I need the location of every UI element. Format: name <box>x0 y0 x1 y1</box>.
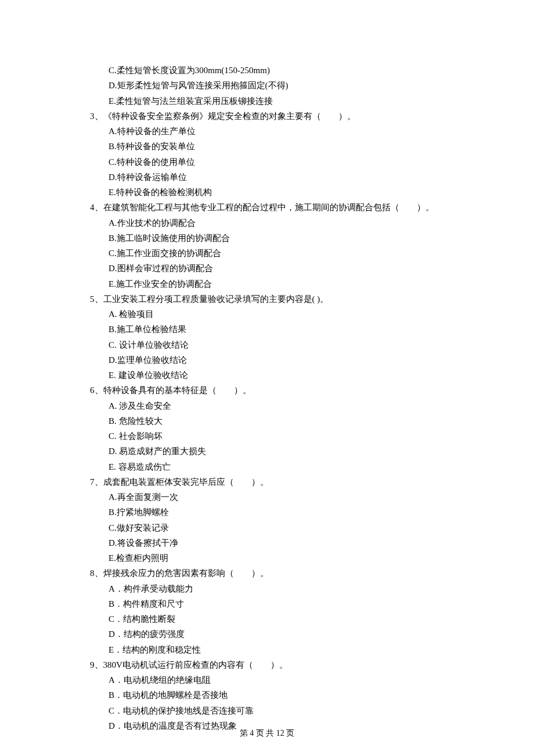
q3-option-c: C.特种设备的使用单位 <box>90 154 459 170</box>
q7-option-c: C.做好安装记录 <box>90 520 459 535</box>
q8-stem: 8、焊接残余应力的危害因素有影响（ ）。 <box>90 566 459 581</box>
q6-option-e: E. 容易造成伤亡 <box>90 459 459 474</box>
prev-option-c: C.柔性短管长度设置为300mm(150-250mm) <box>90 63 459 78</box>
q8-option-e: E．结构的刚度和稳定性 <box>90 642 459 657</box>
q3-option-b: B.特种设备的安装单位 <box>90 139 459 154</box>
q4-option-b: B.施工临时设施使用的协调配合 <box>90 231 459 246</box>
q7-stem: 7、成套配电装置柜体安装完毕后应（ ）。 <box>90 474 459 489</box>
q7-option-d: D.将设备擦拭干净 <box>90 535 459 550</box>
q3-option-a: A.特种设备的生产单位 <box>90 124 459 139</box>
page-footer: 第 4 页 共 12 页 <box>0 726 534 741</box>
q4-option-e: E.施工作业安全的协调配合 <box>90 276 459 291</box>
q6-option-d: D. 易造成财产的重大损失 <box>90 444 459 459</box>
q5-stem: 5、工业安装工程分项工程质量验收记录填写的主要内容是( )。 <box>90 291 459 307</box>
q7-option-b: B.拧紧地脚螺栓 <box>90 505 459 520</box>
q9-option-c: C．电动机的保护接地线是否连接可靠 <box>90 703 459 718</box>
q3-stem: 3、《特种设备安全监察条例》规定安全检查的对象主要有（ ）。 <box>90 109 459 124</box>
q9-option-b: B．电动机的地脚螺栓是否接地 <box>90 687 459 703</box>
q5-option-c: C. 设计单位验收结论 <box>90 337 459 352</box>
q3-option-e: E.特种设备的检验检测机构 <box>90 185 459 200</box>
q6-stem: 6、特种设备具有的基本特征是（ ）。 <box>90 383 459 398</box>
q7-option-e: E.检查柜内照明 <box>90 550 459 566</box>
q4-option-c: C.施工作业面交接的协调配合 <box>90 246 459 261</box>
q6-option-a: A. 涉及生命安全 <box>90 398 459 413</box>
q8-option-d: D．结构的疲劳强度 <box>90 627 459 642</box>
prev-option-e: E.柔性短管与法兰组装宜采用压板铆接连接 <box>90 93 459 109</box>
q9-option-a: A．电动机绕组的绝缘电阻 <box>90 672 459 687</box>
q6-option-b: B. 危险性较大 <box>90 413 459 429</box>
q8-option-b: B．构件精度和尺寸 <box>90 596 459 611</box>
q7-option-a: A.再全面复测一次 <box>90 489 459 505</box>
q8-option-c: C．结构脆性断裂 <box>90 611 459 627</box>
q3-option-d: D.特种设备运输单位 <box>90 170 459 185</box>
q5-option-b: B.施工单位检验结果 <box>90 322 459 337</box>
q4-stem: 4、在建筑智能化工程与其他专业工程的配合过程中，施工期间的协调配合包括（ ）。 <box>90 200 459 215</box>
document-page: C.柔性短管长度设置为300mm(150-250mm) D.矩形柔性短管与风管连… <box>0 0 534 756</box>
q6-option-c: C. 社会影响坏 <box>90 429 459 444</box>
prev-option-d: D.矩形柔性短管与风管连接采用抱箍固定(不得) <box>90 78 459 93</box>
q8-option-a: A．构件承受动载能力 <box>90 581 459 596</box>
q9-stem: 9、380V电动机试运行前应检查的内容有（ ）。 <box>90 657 459 672</box>
q5-option-e: E. 建设单位验收结论 <box>90 368 459 383</box>
q5-option-d: D.监理单位验收结论 <box>90 352 459 368</box>
q5-option-a: A. 检验项目 <box>90 307 459 322</box>
q4-option-d: D.图样会审过程的协调配合 <box>90 261 459 276</box>
q4-option-a: A.作业技术的协调配合 <box>90 215 459 231</box>
